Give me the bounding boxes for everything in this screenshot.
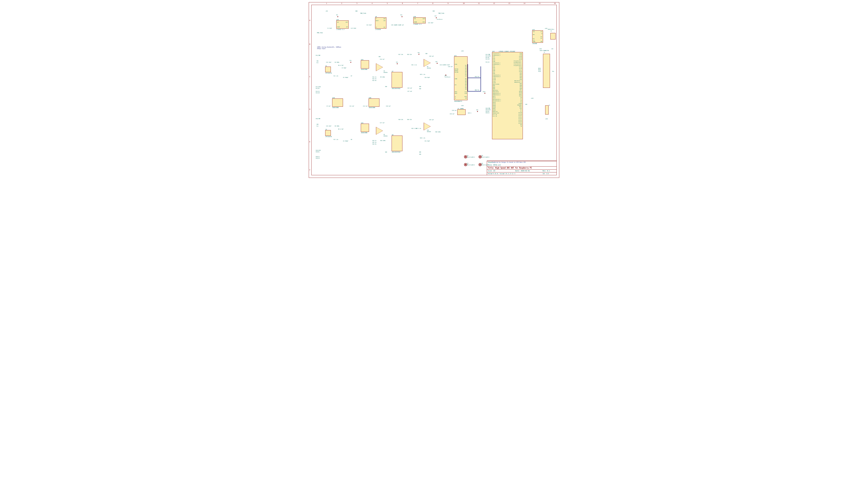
tp10 — [485, 93, 485, 94]
ruler-16: 16 — [554, 3, 556, 4]
mh-h3 — [478, 155, 482, 158]
tp9 — [477, 111, 478, 112]
ruler-13: 13 — [508, 3, 510, 4]
title-block: Sheet: / File: RPIO.sch Title: High Spee… — [487, 161, 557, 175]
ruler-9: 9 — [447, 3, 448, 4]
ruler-1: 1 — [326, 3, 327, 4]
schematic-sheet: 1 2 3 4 5 6 7 8 9 10 11 12 13 14 15 16 A… — [307, 0, 561, 180]
ruler-f: F — [309, 169, 310, 171]
ruler-5: 5 — [387, 3, 388, 4]
tp4 — [402, 16, 402, 17]
ic-u4 — [376, 63, 383, 71]
ruler-11: 11 — [478, 3, 480, 4]
note-bw: 10MHz Analog Bandwidth, 100Msps — [317, 46, 341, 48]
ruler-10: 10 — [463, 3, 464, 4]
ic-u3a: U3A ADG619BN — [361, 124, 369, 132]
mh-h1 — [464, 155, 467, 158]
bus-da — [467, 64, 468, 78]
conn-j1 — [543, 54, 550, 88]
pwr-5v: +5V — [326, 10, 328, 12]
lbl-cha-pwm: ChA_PWM — [316, 55, 320, 56]
ic-y1: Y1 25MHz — [457, 109, 466, 115]
ruler-b: B — [309, 43, 310, 45]
tp6 — [437, 63, 438, 64]
ruler-2: 2 — [341, 3, 342, 4]
ic-u7: U7 ADG1404YRUZ — [392, 72, 402, 88]
ic-u3b: U3B ADG619BN — [369, 98, 379, 107]
ruler-a: A — [309, 20, 310, 21]
pwrflag1: PWR_FLAG — [317, 32, 323, 33]
tp-label: TestPoint — [437, 19, 442, 20]
bus-db — [467, 78, 468, 92]
ruler-6: 6 — [402, 3, 403, 4]
ruler-7: 7 — [417, 3, 418, 4]
mh-h4 — [478, 163, 482, 166]
ruler-c: C — [309, 76, 310, 78]
tp3 — [397, 63, 398, 64]
ruler-8: 8 — [432, 3, 433, 4]
ic-u10 — [424, 123, 431, 130]
pwr-vdd1: VDD — [355, 10, 358, 12]
ruler-15: 15 — [539, 3, 540, 4]
ruler-12: 12 — [493, 3, 495, 4]
tp5 — [418, 54, 420, 55]
mh-h2 — [464, 163, 467, 166]
ic-u5 — [376, 127, 383, 135]
ic-u6: U6 LTC6930 V+ VOUT BOOST CAP+ LV CAP- — [375, 18, 386, 29]
ic-u2b: U2B LT3032-3.3 INN OUTN SHDNN BYPn — [413, 18, 426, 24]
ruler-14: 14 — [524, 3, 525, 4]
tp2 — [350, 62, 351, 63]
conn-j3 — [550, 33, 556, 39]
ic-u13: U13 CH340E TXD RXD RTS CTS TNOW VCC V3 U… — [532, 30, 543, 43]
ruler-e: E — [309, 141, 310, 143]
tp1 — [337, 16, 338, 17]
pwrflag3: PWR_FLAG — [438, 12, 444, 14]
tp7 — [436, 18, 437, 18]
ruler-4: 4 — [372, 3, 372, 4]
pwr-vee1: VEE — [433, 10, 435, 12]
ic-u2a: U2A LT3032-3.3 INP OUTP SHDNP BYP — [336, 21, 349, 29]
ic-u9 — [424, 59, 431, 67]
ic-s2: S2 CPC1017N — [325, 130, 331, 136]
conn-j2 — [545, 105, 549, 115]
pwrflag2: PWR_FLAG — [360, 12, 366, 14]
note-vin: 20Vpp Input — [317, 48, 326, 49]
tp8 — [445, 75, 446, 75]
ic-u1a: U1A ADG619BN — [361, 60, 369, 69]
ic-u11: U11 AD9288BSTZ AINA REFINA REFOUT REFINB… — [454, 56, 467, 100]
ruler-d: D — [309, 108, 310, 110]
ic-u1b: U1B ADG619BN — [332, 98, 343, 107]
ruler-3: 3 — [356, 3, 357, 4]
ic-u8: U8 ADG1404YRUZ — [392, 135, 402, 151]
ic-s1: S1 CPC1017N — [325, 67, 331, 72]
